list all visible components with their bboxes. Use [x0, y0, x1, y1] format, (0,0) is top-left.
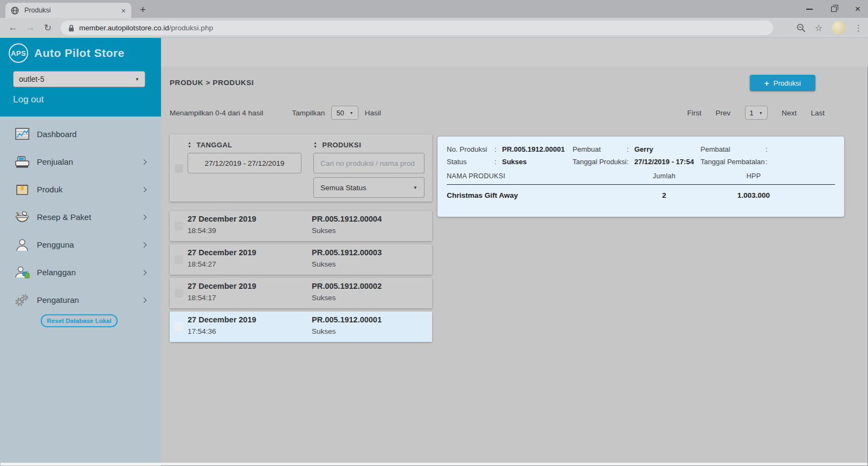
url-path: /produksi.php — [169, 24, 213, 32]
row-time: 18:54:39 — [188, 226, 216, 235]
row-production-number: PR.005.1912.00003 — [312, 248, 382, 257]
browser-tab[interactable]: Produksi × — [5, 3, 131, 18]
dashboard-chart-icon — [14, 126, 30, 143]
sidebar-menu: Dashboard Penjualan — [0, 120, 161, 314]
production-row[interactable]: 27 December 2019 18:54:27 PR.005.1912.00… — [170, 244, 432, 275]
date-range-input[interactable]: 27/12/2019 - 27/12/2019 — [188, 153, 301, 173]
row-date: 27 December 2019 — [188, 315, 256, 324]
sidebar-item-penjualan[interactable]: Penjualan — [0, 148, 161, 176]
filter-card: ▲▼ TANGGAL ▲▼ PRODUKSI 27/12/2019 - 27/1… — [170, 134, 432, 202]
outlet-select-value: outlet-5 — [19, 75, 44, 83]
sidebar-item-produk[interactable]: Produk — [0, 176, 161, 203]
chevron-down-icon: ▼ — [135, 77, 139, 82]
reload-button[interactable]: ↻ — [39, 22, 56, 34]
sort-header-produksi[interactable]: ▲▼ PRODUKSI — [313, 141, 361, 149]
window-restore-button[interactable] — [831, 7, 837, 12]
row-production-number: PR.005.1912.00004 — [312, 215, 382, 223]
row-status: Sukses — [312, 226, 336, 235]
production-row[interactable]: 27 December 2019 18:54:17 PR.005.1912.00… — [170, 278, 432, 308]
pagination-first[interactable]: First — [687, 109, 702, 117]
sidebar-item-pengaturan[interactable]: Pengaturan — [0, 286, 161, 314]
row-status: Sukses — [312, 260, 336, 268]
logout-link[interactable]: Log out — [13, 94, 44, 105]
chevron-right-icon — [142, 159, 147, 165]
lock-icon — [68, 24, 74, 32]
detail-col-hpp: HPP — [702, 172, 805, 180]
brand-name: Auto Pilot Store — [34, 47, 125, 60]
row-checkbox[interactable] — [175, 289, 183, 297]
window-minimize-button[interactable] — [806, 9, 813, 10]
forward-button[interactable]: → — [22, 22, 39, 33]
globe-favicon-icon — [11, 7, 19, 15]
detail-label-pembuat: Pembuat — [573, 145, 627, 153]
sidebar-item-pengguna[interactable]: Pengguna — [0, 231, 161, 258]
chevron-down-icon: ▼ — [350, 111, 353, 115]
tab-close-icon[interactable]: × — [121, 7, 126, 15]
sidebar-item-label: Penjualan — [37, 157, 73, 166]
back-button[interactable]: ← — [4, 22, 22, 33]
reset-database-button[interactable]: Reset Database Lokal — [41, 314, 118, 327]
brand: APS Auto Pilot Store — [9, 43, 125, 63]
row-checkbox[interactable] — [175, 322, 183, 331]
bookmark-star-icon[interactable]: ☆ — [815, 23, 822, 33]
page-number-select[interactable]: 1 ▼ — [745, 106, 768, 120]
aps-logo-icon: APS — [9, 43, 28, 63]
add-produksi-button[interactable]: + Produksi — [750, 75, 815, 91]
row-checkbox[interactable] — [175, 255, 183, 264]
sort-icon: ▲▼ — [313, 141, 317, 149]
chevron-right-icon — [142, 297, 147, 303]
show-suffix: Hasil — [365, 109, 381, 117]
detail-label-no-produksi: No. Produksi — [447, 145, 494, 153]
page-size-select[interactable]: 50 ▼ — [331, 106, 358, 120]
detail-value-pembuat: Gerry — [634, 145, 700, 153]
production-row-selected[interactable]: 27 December 2019 17:54:36 PR.005.1912.00… — [170, 312, 432, 342]
pagination-prev[interactable]: Prev — [716, 109, 731, 117]
pagination-last[interactable]: Last — [811, 109, 825, 117]
page-number-value: 1 — [750, 109, 754, 117]
window-close-button[interactable]: × — [855, 4, 860, 14]
production-detail-panel: No. Produksi : PR.005.1912.00001 Pembuat… — [438, 137, 844, 217]
row-time: 18:54:17 — [188, 294, 216, 302]
url-bar[interactable]: member.autopilotstore.co.id/produksi.php — [61, 21, 773, 35]
detail-value-no-produksi: PR.005.1912.00001 — [502, 145, 573, 153]
chevron-down-icon: ▼ — [759, 111, 763, 115]
browser-menu-icon[interactable]: ⋮ — [854, 23, 863, 33]
status-select[interactable]: Semua Status ▼ — [313, 177, 425, 198]
detail-product-name: Christmas Gift Away — [447, 191, 626, 199]
sort-header-tanggal[interactable]: ▲▼ TANGGAL — [188, 141, 232, 149]
sidebar-item-label: Pengaturan — [37, 295, 79, 305]
production-row[interactable]: 27 December 2019 18:54:39 PR.005.1912.00… — [170, 211, 432, 241]
sidebar-item-resep-paket[interactable]: Resep & Paket — [0, 203, 161, 231]
detail-label-tanggal-pembatalan: Tanggal Pembatalan — [700, 158, 766, 166]
page-size-value: 50 — [336, 109, 344, 117]
customer-bag-icon — [14, 264, 30, 281]
sidebar-item-label: Resep & Paket — [37, 212, 91, 222]
row-checkbox[interactable] — [175, 222, 183, 230]
pagination-next[interactable]: Next — [782, 109, 797, 117]
row-status: Sukses — [312, 327, 336, 335]
add-produksi-label: Produksi — [774, 79, 801, 87]
zoom-icon[interactable] — [796, 23, 806, 33]
row-time: 18:54:27 — [188, 260, 216, 268]
chevron-right-icon — [142, 270, 147, 275]
detail-col-nama-produksi: NAMA PRODUKSI — [447, 172, 626, 180]
detail-product-hpp: 1.003.000 — [702, 191, 805, 199]
sidebar-item-dashboard[interactable]: Dashboard — [0, 120, 161, 148]
user-icon — [14, 237, 30, 253]
select-all-checkbox[interactable] — [175, 164, 183, 173]
row-date: 27 December 2019 — [188, 248, 256, 257]
plus-icon: + — [764, 79, 769, 88]
show-label: Tampilkan — [292, 109, 325, 117]
sidebar-item-pelanggan[interactable]: Pelanggan — [0, 258, 161, 286]
produksi-header-label: PRODUKSI — [322, 141, 361, 149]
cash-register-icon — [14, 154, 30, 170]
browser-toolbar: ← → ↻ member.autopilotstore.co.id/produk… — [0, 18, 868, 38]
row-status: Sukses — [312, 294, 336, 302]
tab-title: Produksi — [24, 7, 115, 14]
detail-value-status: Sukses — [502, 158, 573, 166]
search-input[interactable] — [313, 153, 425, 173]
detail-col-jumlah: Jumlah — [626, 172, 702, 180]
new-tab-button[interactable]: + — [140, 4, 146, 15]
profile-avatar[interactable] — [832, 21, 845, 35]
outlet-select[interactable]: outlet-5 ▼ — [13, 71, 145, 87]
